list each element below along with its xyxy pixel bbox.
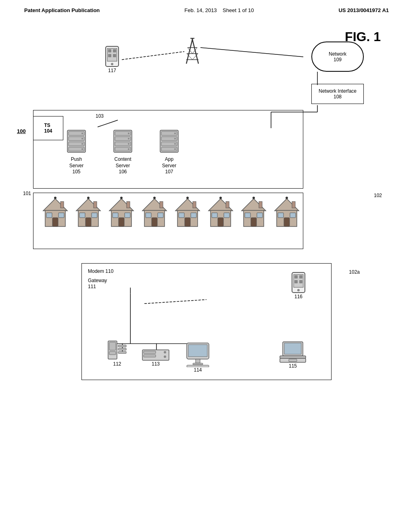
svg-rect-11 xyxy=(113,49,116,52)
svg-rect-54 xyxy=(52,218,58,227)
phone-label-117: 117 xyxy=(108,68,116,74)
svg-rect-10 xyxy=(108,49,111,52)
svg-rect-77 xyxy=(158,213,163,218)
svg-rect-127 xyxy=(118,351,126,353)
svg-rect-120 xyxy=(294,280,298,283)
modem-label: Modem 110 xyxy=(88,268,113,274)
svg-rect-13 xyxy=(113,54,116,57)
svg-line-108 xyxy=(144,299,206,303)
server-icons-row: PushServer105 ContentServer106 xyxy=(65,128,180,175)
network-label: Network109 xyxy=(329,51,346,62)
push-server-icon xyxy=(65,128,88,154)
desktop-device: 112 xyxy=(106,339,128,368)
svg-rect-70 xyxy=(125,213,130,218)
svg-rect-63 xyxy=(92,213,97,218)
content-server-label: ContentServer106 xyxy=(114,156,131,175)
push-server-label: PushServer105 xyxy=(69,156,83,175)
app-server-item: AppServer107 xyxy=(158,128,180,175)
label-115: 115 xyxy=(289,363,297,370)
main-content: FIG. 1 xyxy=(0,17,413,388)
svg-rect-126 xyxy=(118,348,126,350)
label-113: 113 xyxy=(152,361,160,368)
desktop-svg xyxy=(106,339,128,361)
svg-rect-97 xyxy=(245,213,250,218)
svg-rect-55 xyxy=(46,213,52,218)
svg-rect-90 xyxy=(212,213,217,218)
svg-rect-99 xyxy=(259,202,262,208)
header-left: Patent Application Publication xyxy=(24,7,100,13)
svg-rect-124 xyxy=(109,351,116,355)
label-116: 116 xyxy=(294,294,302,300)
label-102: 102 xyxy=(374,193,382,198)
monitor-svg xyxy=(185,341,211,367)
svg-rect-71 xyxy=(127,202,130,208)
laptop-svg xyxy=(279,341,307,363)
house-7 xyxy=(240,197,268,229)
header-date: Feb. 14, 2013 xyxy=(184,7,217,13)
svg-rect-64 xyxy=(94,202,97,208)
svg-rect-91 xyxy=(224,213,229,218)
svg-rect-75 xyxy=(152,218,157,227)
house-2 xyxy=(74,197,102,229)
phone-svg xyxy=(104,46,121,68)
network-interface-label: Network Interface108 xyxy=(319,88,357,100)
svg-rect-136 xyxy=(193,363,203,365)
server-small-svg xyxy=(142,349,170,361)
svg-rect-82 xyxy=(185,218,190,227)
svg-point-117 xyxy=(297,289,300,291)
label-101: 101 xyxy=(23,191,31,196)
svg-point-49 xyxy=(174,138,176,139)
laptop-115-device: 115 xyxy=(279,341,307,370)
svg-point-48 xyxy=(174,133,176,134)
house-5 xyxy=(173,197,202,229)
svg-point-132 xyxy=(164,355,166,358)
svg-rect-57 xyxy=(60,202,64,208)
bottom-phone-svg xyxy=(290,272,307,294)
svg-point-100 xyxy=(252,197,255,199)
bottom-diagram-wrapper: Modem 110 Gateway 111 xyxy=(69,263,344,380)
svg-point-30 xyxy=(81,133,83,134)
svg-point-50 xyxy=(174,143,176,145)
svg-rect-76 xyxy=(146,213,151,218)
svg-rect-129 xyxy=(144,351,156,353)
header-center: Feb. 14, 2013 Sheet 1 of 10 xyxy=(184,7,254,13)
svg-point-107 xyxy=(286,197,288,199)
svg-rect-134 xyxy=(188,345,207,357)
svg-line-14 xyxy=(186,39,192,64)
monitor-114-device: 114 xyxy=(185,341,211,374)
house-3 xyxy=(107,197,136,229)
svg-rect-61 xyxy=(86,218,91,227)
svg-point-9 xyxy=(111,63,113,65)
svg-point-33 xyxy=(81,148,83,150)
content-server-icon xyxy=(112,128,134,154)
svg-line-15 xyxy=(192,39,198,64)
tower-svg xyxy=(182,37,202,66)
page-header: Patent Application Publication Feb. 14, … xyxy=(0,0,413,17)
svg-point-93 xyxy=(219,197,222,199)
network-cloud: Network109 xyxy=(311,42,364,72)
svg-rect-98 xyxy=(257,213,263,218)
svg-rect-119 xyxy=(299,275,302,278)
svg-point-31 xyxy=(81,138,83,139)
svg-rect-92 xyxy=(226,202,229,208)
svg-rect-123 xyxy=(109,342,116,350)
bottom-diagram: Modem 110 Gateway 111 xyxy=(81,263,332,380)
svg-rect-56 xyxy=(58,213,64,218)
svg-point-79 xyxy=(153,197,156,199)
svg-point-86 xyxy=(186,197,189,199)
svg-point-58 xyxy=(54,197,56,199)
label-114: 114 xyxy=(194,367,202,374)
label-112: 112 xyxy=(113,361,121,368)
svg-point-41 xyxy=(128,143,129,145)
svg-rect-118 xyxy=(294,275,298,278)
diagram-top: 117 Network10 xyxy=(33,25,380,251)
svg-rect-135 xyxy=(196,359,200,363)
app-server-icon xyxy=(158,128,180,154)
svg-rect-103 xyxy=(284,218,290,227)
svg-point-42 xyxy=(128,148,129,150)
svg-point-40 xyxy=(128,138,129,139)
svg-point-39 xyxy=(128,133,129,134)
push-server-item: PushServer105 xyxy=(65,128,88,175)
house-1 xyxy=(41,197,69,229)
svg-rect-130 xyxy=(144,355,156,357)
